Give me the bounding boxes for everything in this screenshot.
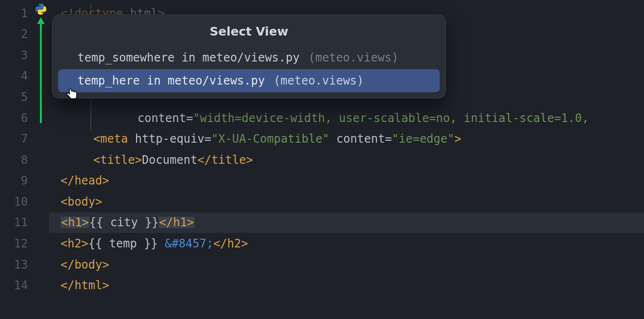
- python-icon: [35, 3, 47, 15]
- popup-item-label: temp_somewhere in meteo/views.py: [77, 52, 299, 63]
- popup-title: Select View: [52, 15, 446, 46]
- select-view-popup[interactable]: Select View temp_somewhere in meteo/view…: [52, 14, 446, 98]
- code-line[interactable]: <body>: [49, 191, 644, 212]
- line-number: 12: [0, 233, 33, 254]
- line-number: 4: [0, 66, 33, 87]
- line-number-gutter: 1 2 3 4 5 6 7 8 9 10 11 12 13 14: [0, 0, 33, 319]
- code-line[interactable]: </body>: [49, 254, 644, 275]
- line-number: 11: [0, 212, 33, 233]
- line-number: 10: [0, 191, 33, 212]
- arrow-up-icon: [38, 17, 43, 123]
- code-line[interactable]: content="width=device-width, user-scalab…: [49, 108, 644, 129]
- line-number: 8: [0, 149, 33, 171]
- line-number: 1: [0, 3, 33, 24]
- line-number: 13: [0, 254, 33, 275]
- popup-item-module: (meteo.views): [273, 75, 364, 86]
- code-line[interactable]: <h2>{{ temp }} &#8457;</h2>: [49, 233, 644, 254]
- popup-item-selected[interactable]: temp_here in meteo/views.py (meteo.views…: [58, 69, 440, 92]
- code-line[interactable]: </html>: [49, 275, 644, 296]
- line-number: 5: [0, 86, 33, 108]
- line-number: 7: [0, 128, 33, 149]
- gutter-icon-strip: [33, 0, 49, 319]
- code-line[interactable]: <meta http-equiv="X-UA-Compatible" conte…: [49, 128, 644, 149]
- line-number: 6: [0, 108, 33, 129]
- code-line-current[interactable]: <h1>{{ city }}</h1>: [49, 212, 644, 233]
- line-number: 2: [0, 24, 33, 45]
- popup-item-label: temp_here in meteo/views.py: [77, 75, 265, 86]
- popup-item-module: (meteo.views): [308, 52, 398, 63]
- line-number: 3: [0, 45, 33, 66]
- line-number: 14: [0, 275, 33, 296]
- line-number: 9: [0, 171, 33, 192]
- popup-item[interactable]: temp_somewhere in meteo/views.py (meteo.…: [58, 46, 440, 69]
- code-line[interactable]: <title>Document</title>: [49, 149, 644, 171]
- code-line[interactable]: </head>: [49, 171, 644, 192]
